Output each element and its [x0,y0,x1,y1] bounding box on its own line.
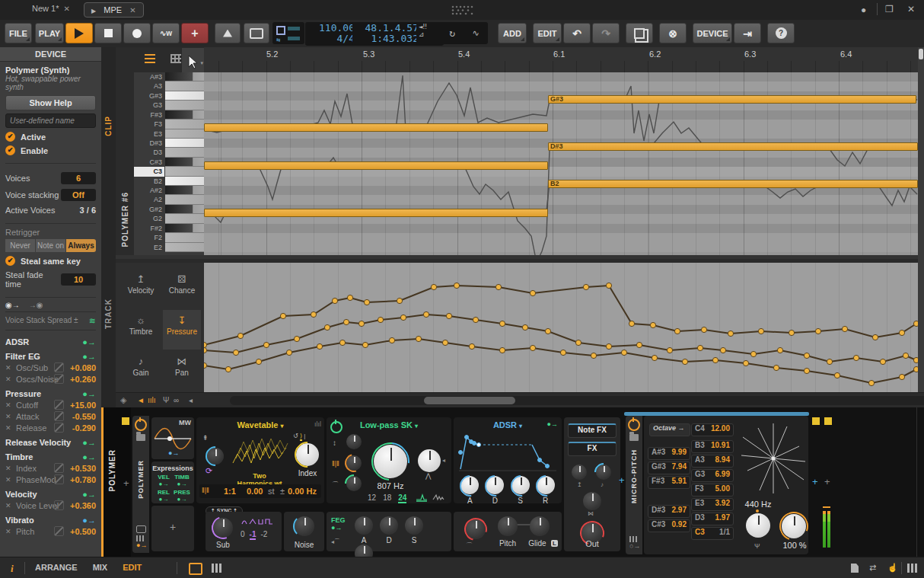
expressions-panel[interactable]: Expressions VEL ●→ TIMB ●→ [151,461,194,503]
steal-same-key-row[interactable]: ✔ Steal same key [5,256,96,266]
cutoff-value[interactable]: 807 Hz [371,481,410,490]
restore-window-button[interactable]: ❐ [885,4,894,14]
micropitch-black-key-row[interactable]: C#3 0.92 [648,519,690,532]
remove-mod-icon[interactable]: ✕ [5,465,11,472]
note-ratio[interactable]: 5.00 [715,484,730,493]
phase-random-icon[interactable]: ⟳ [206,466,212,476]
note-fx-slot[interactable]: Note FX [568,423,617,438]
position-display[interactable]: 48.1.4.57 1:43.032 [352,22,422,46]
pressure-points-chart[interactable] [204,263,918,388]
mod-source-arrow-icon[interactable]: ●→ [82,352,96,361]
project-tab-mpe[interactable]: ▶ MPE ✕ [84,2,144,18]
add-modulator-panel[interactable]: + [151,506,194,551]
piano-key-graphic[interactable] [165,110,204,120]
expression-button[interactable]: ↥ Velocity [122,269,160,308]
note-ratio[interactable]: 1/1 [719,528,730,536]
pitch-knob[interactable] [498,516,518,536]
piano-key-graphic[interactable] [165,177,204,186]
touch-mode-icon[interactable]: ☝ [887,563,898,573]
row-value[interactable]: Off [61,189,96,201]
song-position[interactable]: 48.1.4.57 [356,23,419,34]
fx-slot[interactable]: FX [568,442,617,456]
retrigger-option[interactable]: Never [5,239,35,252]
help-button[interactable]: ? [767,23,795,43]
piano-key-graphic[interactable] [165,81,204,91]
horizontal-scrollbar[interactable] [230,396,924,405]
file-menu-button[interactable]: FILE [5,23,32,43]
overdub-button[interactable]: + [181,23,209,43]
comb-icon[interactable]: ‖|‖ [332,460,339,468]
piano-key[interactable]: G3 [134,101,204,110]
dropdown-caret[interactable]: ▾ [519,423,522,430]
punch-in-icon[interactable]: ◄‼ [419,23,441,30]
fine-tune-value[interactable]: 0.00 Hz [288,487,317,496]
scroll-left-icon[interactable]: ◂ [189,396,193,404]
scrollbar-thumb[interactable] [424,397,515,404]
punch-display[interactable]: ◄‼ ⊿ [416,22,444,46]
close-tab-icon[interactable]: ✕ [129,6,135,14]
note-ratio[interactable]: 9.99 [672,448,687,456]
note-ratio[interactable]: 3.92 [715,499,730,507]
filter-pole-option[interactable]: 24 [398,493,406,503]
checkbox-checked-icon[interactable]: ✔ [5,132,15,142]
mod-curve-icon[interactable] [54,500,64,510]
mod-amount[interactable]: +15.00 [70,401,96,410]
micropitch-white-key-row[interactable]: D3 1.97 [691,513,734,525]
remove-mod-icon[interactable]: ✕ [5,424,11,432]
mod-amount[interactable]: -0.290 [72,423,96,433]
ratio-value[interactable]: 1:1 [224,487,236,496]
view-switch-button[interactable]: MIX [93,563,108,572]
add-device-icon[interactable]: + [123,477,129,489]
stop-button[interactable] [94,23,122,43]
piano-key-graphic[interactable] [165,205,204,214]
ref-freq-value[interactable]: 440 Hz [741,500,775,509]
mod-row[interactable]: ✕ Index +0.530 ●→ [5,462,96,474]
piano-key[interactable]: F3 [134,120,204,129]
piano-key-graphic[interactable] [165,233,204,242]
remove-mod-icon[interactable]: ✕ [5,375,11,383]
piano-key[interactable]: A2 [134,195,204,204]
clip-tab[interactable]: CLIP [104,116,113,136]
spectrum-icon[interactable]: ılıl [314,420,321,428]
note-ratio[interactable]: 1.97 [715,513,730,522]
timeline-ruler[interactable]: 5.2 5.3 5.4 6.1 6.2 6.3 6.4 [204,47,918,73]
piano-key[interactable]: D3 [134,148,204,157]
note[interactable] [204,123,548,132]
expression-button[interactable]: ⚄ Chance [163,269,201,308]
mod-arrow-icon[interactable]: ●→ [331,524,342,532]
remove-mod-icon[interactable]: ✕ [5,502,11,509]
piano-key[interactable]: E2 [134,243,204,252]
mod-source-arrow-icon[interactable]: ●→ [82,389,96,398]
note[interactable]: B2 [548,180,918,188]
feg-knob[interactable] [380,516,398,535]
sub-octave-option[interactable]: -2 [260,530,267,540]
record-button[interactable] [123,23,151,43]
file-panel-icon[interactable] [851,564,859,573]
octave-mode-box[interactable]: Octave → [649,423,690,436]
filter-pole-option[interactable]: 18 [383,493,391,503]
mod-row[interactable]: ✕ Pressure ●→ [5,388,96,399]
checkbox-checked-icon[interactable]: ✔ [5,256,15,266]
adsr-title[interactable]: ADSR ▾ [454,417,562,430]
grid-dots-icon[interactable] [136,535,145,541]
time-signature[interactable]: 4/4 [309,34,355,44]
piano-key-graphic[interactable] [165,195,204,204]
mod-curve-icon[interactable] [54,474,64,484]
remove-mod-icon[interactable]: ✕ [5,528,11,535]
piano-key[interactable]: A3 [134,81,204,91]
adsr-knob-cell[interactable]: R [534,475,557,505]
mod-row[interactable]: ✕ Pitch +0.500 ●→ [5,525,96,537]
piano-key-graphic[interactable] [165,120,204,129]
feg-knob[interactable] [405,516,423,535]
pressure-expression-lane[interactable] [204,259,918,392]
note-editor-toggle[interactable] [140,52,160,69]
piano-key[interactable]: E3 [134,129,204,139]
piano-key-graphic[interactable] [165,167,204,176]
clip-track-strip[interactable]: POLYMER #6 [116,47,135,255]
mod-row[interactable]: ✕ Osc/Sub +0.080 ●→ [5,362,96,373]
micropitch-black-key-row[interactable]: G#3 7.94 [648,461,690,474]
pre-roll-icon[interactable]: ⊿ [419,30,441,38]
micropitch-white-key-row[interactable]: B3 10.91 [691,440,734,453]
mod-row[interactable]: ✕ Attack -0.550 ●→ [5,410,96,422]
filter-spread-knob[interactable] [346,434,362,449]
